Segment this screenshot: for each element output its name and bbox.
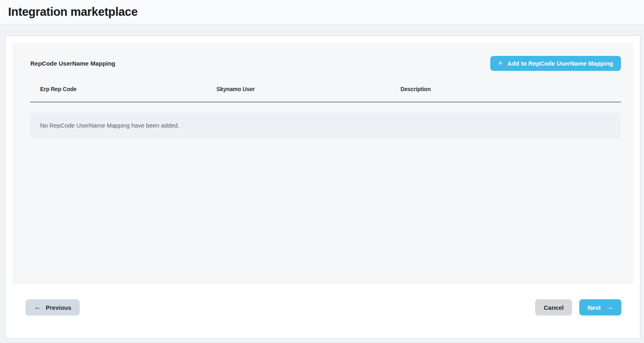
footer-right-group: Cancel Next →: [535, 299, 621, 315]
integration-card: RepCode UserName Mapping + Add to RepCod…: [5, 35, 640, 339]
page-header: Integration marketplace: [0, 0, 644, 24]
arrow-right-icon: →: [606, 303, 613, 311]
add-mapping-button-label: Add to RepCode UserName Mapping: [507, 60, 613, 67]
column-header-skynamo-user: Skynamo User: [207, 86, 391, 92]
arrow-left-icon: ←: [34, 303, 41, 311]
wizard-footer: ← Previous Cancel Next →: [12, 299, 633, 315]
next-button-label: Next: [587, 304, 601, 311]
next-button[interactable]: Next →: [579, 299, 621, 315]
empty-state-message: No RepCode UserName Mapping have been ad…: [40, 122, 179, 129]
column-header-erp-rep-code: Erp Rep Code: [30, 86, 207, 92]
add-mapping-button[interactable]: + Add to RepCode UserName Mapping: [490, 56, 621, 71]
cancel-button-label: Cancel: [544, 304, 564, 311]
previous-button-label: Previous: [46, 304, 71, 311]
empty-state: No RepCode UserName Mapping have been ad…: [30, 113, 621, 138]
mapping-panel: RepCode UserName Mapping + Add to RepCod…: [12, 42, 633, 284]
mapping-table-header: Erp Rep Code Skynamo User Description: [30, 86, 621, 102]
section-header: RepCode UserName Mapping + Add to RepCod…: [30, 42, 621, 71]
cancel-button[interactable]: Cancel: [535, 299, 572, 315]
column-header-description: Description: [391, 86, 621, 92]
plus-icon: +: [498, 59, 503, 67]
page-title: Integration marketplace: [8, 5, 138, 19]
previous-button[interactable]: ← Previous: [25, 299, 80, 315]
section-title: RepCode UserName Mapping: [30, 60, 115, 67]
